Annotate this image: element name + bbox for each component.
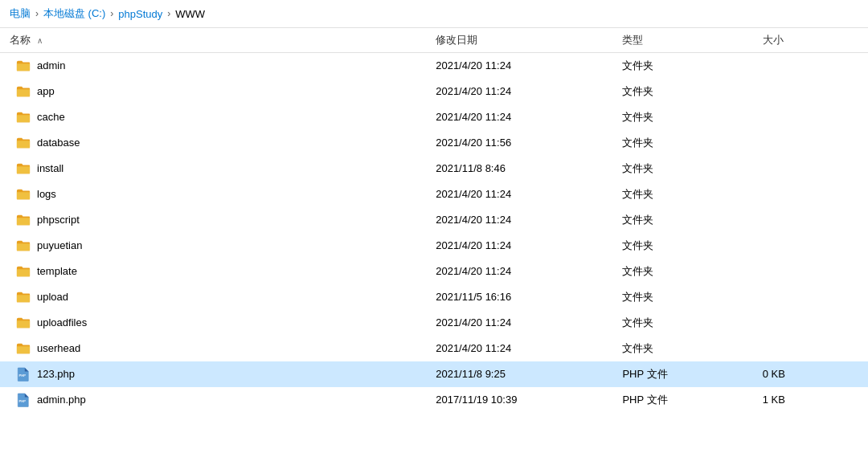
file-size (756, 284, 868, 310)
table-row[interactable]: cache2021/4/20 11:24文件夹 (0, 104, 868, 130)
file-type: 文件夹 (616, 336, 755, 361)
table-row[interactable]: template2021/4/20 11:24文件夹 (0, 259, 868, 284)
breadcrumb-sep-3: › (167, 8, 170, 19)
file-name-cell: admin (0, 53, 429, 79)
file-name-cell: cache (0, 104, 429, 130)
table-row[interactable]: phpscript2021/4/20 11:24文件夹 (0, 207, 868, 233)
file-date: 2021/4/20 11:24 (429, 207, 616, 233)
col-header-size[interactable]: 大小 (756, 28, 868, 53)
folder-icon (16, 239, 31, 252)
file-name-cell: puyuetian (0, 233, 429, 259)
folder-icon (16, 214, 31, 226)
file-date: 2021/4/20 11:24 (429, 53, 616, 79)
col-header-type[interactable]: 类型 (616, 28, 755, 53)
folder-icon (16, 162, 31, 175)
file-name: app (37, 85, 55, 97)
table-row[interactable]: uploadfiles2021/4/20 11:24文件夹 (0, 310, 868, 336)
breadcrumb-item-pc[interactable]: 电脑 (10, 6, 31, 21)
breadcrumb-sep-2: › (110, 8, 113, 19)
breadcrumb-item-c[interactable]: 本地磁盘 (C:) (43, 6, 105, 21)
col-header-name[interactable]: 名称 ∧ (0, 28, 429, 53)
breadcrumb-item-phpstudy[interactable]: phpStudy (118, 8, 162, 20)
file-size (756, 53, 868, 79)
file-size: 1 KB (756, 387, 868, 413)
table-row[interactable]: puyuetian2021/4/20 11:24文件夹 (0, 233, 868, 259)
folder-icon (16, 188, 31, 201)
file-type: 文件夹 (616, 104, 755, 130)
file-name-cell: app (0, 79, 429, 104)
file-name: uploadfiles (37, 316, 87, 328)
file-date: 2021/4/20 11:24 (429, 79, 616, 104)
table-row[interactable]: upload2021/11/5 16:16文件夹 (0, 284, 868, 310)
table-row[interactable]: logs2021/4/20 11:24文件夹 (0, 182, 868, 207)
file-type: 文件夹 (616, 259, 755, 284)
file-name-cell: install (0, 156, 429, 182)
file-size (756, 336, 868, 361)
file-size (756, 310, 868, 336)
file-type: 文件夹 (616, 233, 755, 259)
folder-icon (16, 291, 31, 304)
folder-icon (16, 111, 31, 124)
table-row[interactable]: install2021/11/8 8:46文件夹 (0, 156, 868, 182)
file-type: 文件夹 (616, 207, 755, 233)
file-date: 2021/11/8 8:46 (429, 156, 616, 182)
svg-text:PHP: PHP (19, 398, 27, 402)
file-table: 名称 ∧ 修改日期 类型 大小 admin2021/4/20 11:24文件夹 … (0, 28, 868, 413)
table-row[interactable]: app2021/4/20 11:24文件夹 (0, 79, 868, 104)
table-row[interactable]: PHP 123.php2021/11/8 9:25PHP 文件0 KB (0, 361, 868, 387)
file-date: 2021/4/20 11:24 (429, 104, 616, 130)
file-name-cell: PHP 123.php (0, 361, 429, 387)
file-name-cell: userhead (0, 336, 429, 361)
file-type: 文件夹 (616, 156, 755, 182)
file-date: 2021/4/20 11:24 (429, 259, 616, 284)
file-name: 123.php (37, 368, 75, 380)
file-type: 文件夹 (616, 53, 755, 79)
file-size (756, 130, 868, 156)
file-name: puyuetian (37, 239, 82, 251)
folder-icon (16, 85, 31, 98)
breadcrumb-sep-1: › (35, 8, 39, 19)
breadcrumb-item-www: WWW (175, 8, 205, 20)
file-size (756, 79, 868, 104)
breadcrumb: 电脑 › 本地磁盘 (C:) › phpStudy › WWW (0, 0, 868, 28)
file-name: admin.php (37, 394, 86, 406)
file-name: cache (37, 111, 65, 123)
file-name-cell: uploadfiles (0, 310, 429, 336)
file-size (756, 207, 868, 233)
table-row[interactable]: PHP admin.php2017/11/19 10:39PHP 文件1 KB (0, 387, 868, 413)
table-row[interactable]: admin2021/4/20 11:24文件夹 (0, 53, 868, 79)
file-size (756, 156, 868, 182)
file-name-cell: template (0, 259, 429, 284)
file-name: template (37, 265, 77, 277)
file-name-cell: upload (0, 284, 429, 310)
file-type: 文件夹 (616, 79, 755, 104)
file-name: database (37, 137, 80, 149)
col-header-date[interactable]: 修改日期 (429, 28, 616, 53)
file-name: install (37, 162, 63, 174)
file-date: 2021/4/20 11:24 (429, 336, 616, 361)
file-date: 2021/4/20 11:24 (429, 310, 616, 336)
file-type: 文件夹 (616, 284, 755, 310)
sort-arrow-name: ∧ (37, 36, 43, 45)
file-type: PHP 文件 (616, 361, 755, 387)
file-name-cell: database (0, 130, 429, 156)
php-file-icon: PHP (16, 367, 31, 382)
file-size (756, 259, 868, 284)
file-name-cell: phpscript (0, 207, 429, 233)
file-date: 2021/4/20 11:56 (429, 130, 616, 156)
file-name-cell: PHP admin.php (0, 387, 429, 413)
table-row[interactable]: database2021/4/20 11:56文件夹 (0, 130, 868, 156)
svg-text:PHP: PHP (19, 373, 27, 377)
file-date: 2021/4/20 11:24 (429, 182, 616, 207)
folder-icon (16, 265, 31, 278)
php-file-icon: PHP (16, 393, 31, 407)
file-name: admin (37, 59, 65, 71)
file-explorer: 名称 ∧ 修改日期 类型 大小 admin2021/4/20 11:24文件夹 … (0, 28, 868, 455)
file-size (756, 104, 868, 130)
table-row[interactable]: userhead2021/4/20 11:24文件夹 (0, 336, 868, 361)
file-name-cell: logs (0, 182, 429, 207)
file-size (756, 233, 868, 259)
file-name: logs (37, 188, 56, 200)
file-date: 2017/11/19 10:39 (429, 387, 616, 413)
file-size: 0 KB (756, 361, 868, 387)
